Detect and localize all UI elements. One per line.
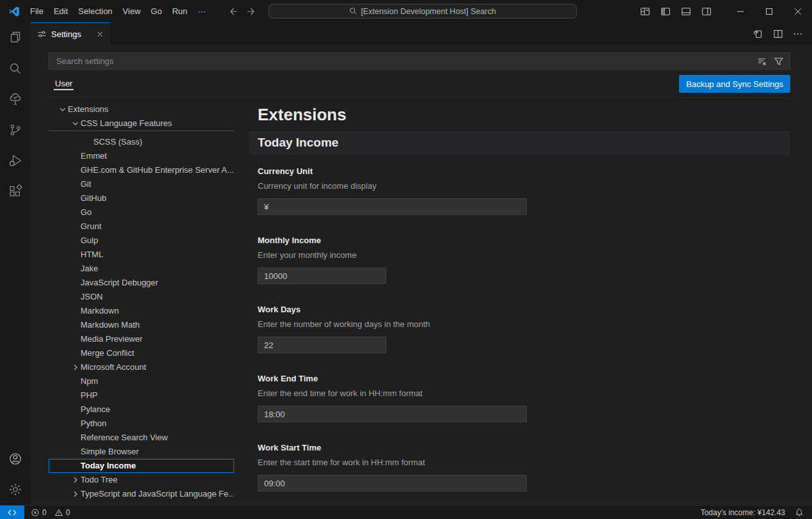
toc-item-label: JavaScript Debugger: [81, 276, 158, 289]
toc-item-typescript-and-javascript-language-fe[interactable]: TypeScript and JavaScript Language Fe...: [49, 487, 234, 501]
bell-icon[interactable]: [795, 508, 804, 517]
chevron-placeholder: [70, 165, 81, 175]
toc-item-todo-tree[interactable]: Todo Tree: [49, 473, 234, 487]
split-editor-icon[interactable]: [773, 29, 783, 39]
toggle-panel-icon[interactable]: [681, 6, 691, 17]
tab-settings[interactable]: Settings: [31, 22, 110, 45]
toc-item-json[interactable]: JSON: [49, 290, 234, 304]
command-center-search[interactable]: [Extension Development Host] Search: [269, 4, 577, 19]
toc-item-extensions[interactable]: Extensions: [49, 102, 234, 116]
close-window-button[interactable]: [783, 0, 812, 22]
currency-unit-input[interactable]: [258, 198, 527, 215]
chevron-down-icon[interactable]: [58, 104, 68, 115]
remote-indicator[interactable]: [0, 506, 24, 519]
toc-item-emmet[interactable]: Emmet: [49, 149, 234, 163]
toc-item-python[interactable]: Python: [49, 417, 234, 431]
chevron-placeholder: [70, 390, 81, 401]
toc-item-npm[interactable]: Npm: [49, 374, 234, 388]
extensions-icon[interactable]: [0, 176, 31, 207]
toc-item-label: Markdown Math: [81, 319, 139, 331]
run-and-debug-icon[interactable]: [0, 145, 31, 176]
menu-file[interactable]: File: [25, 4, 49, 19]
toc-item-merge-conflict[interactable]: Merge Conflict: [49, 346, 234, 360]
menu-view[interactable]: View: [118, 4, 146, 19]
toc-item-label: SCSS (Sass): [93, 136, 143, 148]
toc-item-label: Markdown: [81, 305, 119, 317]
open-settings-json-icon[interactable]: [753, 29, 763, 39]
toc-item-javascript-debugger[interactable]: JavaScript Debugger: [49, 276, 234, 290]
work-days-input[interactable]: [258, 337, 386, 353]
menu-go[interactable]: Go: [146, 4, 167, 19]
toc-item-css-language-features[interactable]: CSS Language Features: [49, 116, 234, 131]
menu-more[interactable]: ···: [192, 4, 211, 19]
toc-item-label: Today Income: [81, 459, 136, 472]
toc-item-label: Emmet: [81, 150, 107, 163]
toc-item-label: Grunt: [81, 220, 102, 233]
source-control-icon[interactable]: [0, 115, 31, 145]
toc-item-label: Microsoft Account: [81, 361, 146, 374]
toggle-sidebar-icon[interactable]: [660, 6, 671, 17]
todo-tree-icon[interactable]: [0, 84, 31, 115]
clear-filters-icon[interactable]: [757, 56, 767, 67]
chevron-right-icon[interactable]: [70, 489, 81, 499]
customize-layout-icon[interactable]: [640, 6, 650, 17]
settings-search-input[interactable]: [55, 56, 757, 67]
toc-item-microsoft-account[interactable]: Microsoft Account: [49, 360, 234, 374]
toc-item-label: Merge Conflict: [81, 347, 134, 360]
toc-item-today-income[interactable]: Today Income: [49, 459, 234, 473]
toc-item-markdown-math[interactable]: Markdown Math: [49, 318, 234, 332]
account-icon[interactable]: [0, 443, 31, 474]
more-actions-icon[interactable]: [793, 29, 803, 39]
search-icon[interactable]: [0, 53, 31, 84]
back-arrow-icon[interactable]: [229, 6, 239, 17]
menu-run[interactable]: Run: [167, 4, 192, 19]
forward-arrow-icon[interactable]: [246, 6, 256, 17]
toc-item-html[interactable]: HTML: [49, 248, 234, 262]
settings-sliders-icon: [37, 29, 47, 39]
tab-user[interactable]: User: [54, 71, 74, 96]
toc-item-label: Pylance: [81, 403, 110, 416]
maximize-button[interactable]: [754, 0, 783, 22]
toc-item-gulp[interactable]: Gulp: [49, 234, 234, 248]
toggle-secondary-sidebar-icon[interactable]: [701, 6, 712, 17]
menu-selection[interactable]: Selection: [73, 4, 117, 19]
close-tab-icon[interactable]: [96, 30, 104, 38]
toc-item-scss-sass[interactable]: SCSS (Sass): [49, 135, 234, 149]
setting-label: Work Start Time: [258, 442, 790, 454]
toc-item-media-previewer[interactable]: Media Previewer: [49, 332, 234, 346]
toc-item-github[interactable]: GitHub: [49, 191, 234, 205]
menu-edit[interactable]: Edit: [49, 4, 73, 19]
monthly-income-input[interactable]: [258, 267, 386, 284]
chevron-right-icon[interactable]: [70, 362, 81, 372]
chevron-placeholder: [70, 236, 81, 246]
income-status[interactable]: Today's income: ¥142.43: [701, 508, 785, 517]
chevron-placeholder: [70, 151, 81, 161]
settings-gear-icon[interactable]: [0, 474, 31, 505]
problems-status[interactable]: 0 0: [31, 508, 70, 517]
filter-icon[interactable]: [774, 56, 784, 67]
toc-item-ghe-com-github-enterprise-server-a[interactable]: GHE.com & GitHub Enterprise Server A...: [49, 163, 234, 177]
setting-description: Enter the number of working days in the …: [258, 319, 790, 330]
chevron-placeholder: [70, 461, 81, 471]
explorer-icon[interactable]: [0, 22, 31, 53]
toc-item-markdown[interactable]: Markdown: [49, 304, 234, 318]
toc-item-label: Extensions: [68, 103, 109, 116]
work-start-time-input[interactable]: [258, 475, 527, 491]
toc-item-grunt[interactable]: Grunt: [49, 220, 234, 234]
toc-item-label: PHP: [81, 389, 98, 402]
toc-item-reference-search-view[interactable]: Reference Search View: [49, 431, 234, 445]
toc-item-simple-browser[interactable]: Simple Browser: [49, 445, 234, 459]
setting-label: Work Days: [258, 304, 790, 315]
toc-item-php[interactable]: PHP: [49, 388, 234, 403]
chevron-down-icon[interactable]: [70, 118, 81, 129]
chevron-right-icon[interactable]: [70, 475, 81, 485]
toc-item-pylance[interactable]: Pylance: [49, 403, 234, 417]
settings-list: Currency UnitCurrency unit for income di…: [258, 166, 790, 491]
chevron-placeholder: [70, 447, 81, 457]
toc-item-git[interactable]: Git: [49, 177, 234, 191]
backup-sync-button[interactable]: Backup and Sync Settings: [679, 75, 790, 93]
toc-item-go[interactable]: Go: [49, 205, 234, 220]
work-end-time-input[interactable]: [258, 406, 527, 422]
minimize-button[interactable]: [726, 0, 754, 22]
toc-item-jake[interactable]: Jake: [49, 262, 234, 276]
